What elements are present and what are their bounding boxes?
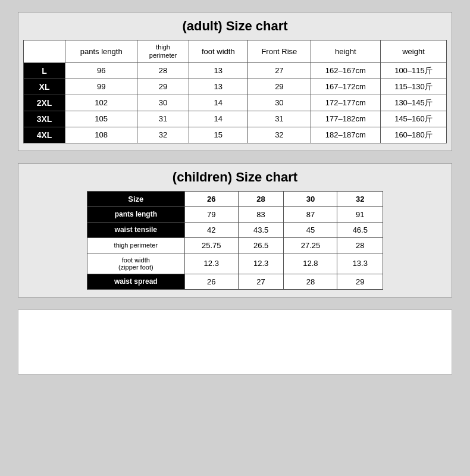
adult-cell-1: 96: [65, 62, 137, 79]
adult-header-thigh-perimeter: thighperimeter: [137, 40, 189, 63]
children-row-label: waist spread: [87, 274, 184, 289]
children-row-label: thigh perimeter: [87, 237, 184, 253]
children-cell-0: 79: [184, 206, 238, 222]
adult-cell-6: 130–145斤: [380, 95, 446, 111]
adult-cell-0: 2XL: [24, 95, 65, 111]
adult-size-chart-wrapper: (adult) Size chart Size pants length thi…: [18, 12, 452, 151]
adult-cell-5: 162–167cm: [311, 62, 380, 79]
adult-header-height: height: [311, 40, 380, 63]
adult-cell-6: 115–130斤: [380, 79, 446, 95]
adult-cell-2: 28: [137, 62, 189, 79]
children-title: (children) Size chart: [23, 170, 447, 185]
adult-cell-5: 167–172cm: [311, 79, 380, 95]
children-cell-1: 83: [238, 206, 284, 222]
children-cell-3: 28: [337, 237, 383, 253]
children-cell-3: 29: [337, 274, 383, 289]
adult-header-weight: weight: [380, 40, 446, 63]
adult-table: Size pants length thighperimeter foot wi…: [23, 40, 447, 143]
adult-table-row: 2XL102301430172–177cm130–145斤: [24, 95, 447, 111]
children-cell-1: 43.5: [238, 222, 284, 237]
adult-cell-3: 13: [189, 79, 247, 95]
adult-cell-6: 160–180斤: [380, 127, 446, 143]
children-table-row: waist spread26272829: [87, 274, 383, 289]
children-cell-2: 45: [284, 222, 337, 237]
children-header-30: 30: [284, 191, 337, 206]
adult-cell-1: 108: [65, 127, 137, 143]
children-table-row: foot width(zipper foot)12.312.312.813.3: [87, 253, 383, 274]
children-table: Size 26 28 30 32 pants length79838791wai…: [87, 191, 383, 290]
children-cell-0: 42: [184, 222, 238, 237]
children-cell-0: 26: [184, 274, 238, 289]
children-header-26: 26: [184, 191, 238, 206]
children-cell-2: 27.25: [284, 237, 337, 253]
adult-cell-3: 14: [189, 95, 247, 111]
adult-cell-5: 172–177cm: [311, 95, 380, 111]
children-cell-2: 87: [284, 206, 337, 222]
adult-header-size: Size: [24, 40, 65, 63]
children-cell-1: 12.3: [238, 253, 284, 274]
children-cell-0: 12.3: [184, 253, 238, 274]
adult-cell-3: 15: [189, 127, 247, 143]
bottom-box: [18, 309, 452, 375]
adult-cell-0: 3XL: [24, 111, 65, 127]
children-cell-3: 91: [337, 206, 383, 222]
adult-cell-0: L: [24, 62, 65, 79]
adult-cell-0: XL: [24, 79, 65, 95]
adult-table-row: XL99291329167–172cm115–130斤: [24, 79, 447, 95]
children-cell-3: 13.3: [337, 253, 383, 274]
adult-cell-1: 102: [65, 95, 137, 111]
adult-cell-4: 31: [248, 111, 311, 127]
adult-cell-2: 30: [137, 95, 189, 111]
children-size-chart-wrapper: (children) Size chart Size 26 28 30 32 p…: [18, 163, 452, 298]
adult-cell-4: 30: [248, 95, 311, 111]
adult-cell-1: 105: [65, 111, 137, 127]
adult-header-foot-width: foot width: [189, 40, 247, 63]
adult-cell-4: 27: [248, 62, 311, 79]
children-row-label: waist tensile: [87, 222, 184, 237]
adult-table-row: 3XL105311431177–182cm145–160斤: [24, 111, 447, 127]
children-row-label: pants length: [87, 206, 184, 222]
adult-cell-5: 177–182cm: [311, 111, 380, 127]
children-row-label: foot width(zipper foot): [87, 253, 184, 274]
adult-table-row: 4XL108321532182–187cm160–180斤: [24, 127, 447, 143]
adult-cell-4: 32: [248, 127, 311, 143]
children-cell-1: 27: [238, 274, 284, 289]
children-header-32: 32: [337, 191, 383, 206]
adult-cell-6: 100–115斤: [380, 62, 446, 79]
children-cell-1: 26.5: [238, 237, 284, 253]
children-cell-2: 28: [284, 274, 337, 289]
adult-table-row: L96281327162–167cm100–115斤: [24, 62, 447, 79]
adult-cell-2: 32: [137, 127, 189, 143]
children-header-size: Size: [87, 191, 184, 206]
children-header-28: 28: [238, 191, 284, 206]
adult-cell-1: 99: [65, 79, 137, 95]
adult-cell-0: 4XL: [24, 127, 65, 143]
adult-cell-6: 145–160斤: [380, 111, 446, 127]
adult-cell-3: 13: [189, 62, 247, 79]
children-table-row: waist tensile4243.54546.5: [87, 222, 383, 237]
children-cell-2: 12.8: [284, 253, 337, 274]
adult-header-front-rise: Front Rise: [248, 40, 311, 63]
adult-header-pants-length: pants length: [65, 40, 137, 63]
children-cell-0: 25.75: [184, 237, 238, 253]
adult-cell-4: 29: [248, 79, 311, 95]
children-table-row: thigh perimeter25.7526.527.2528: [87, 237, 383, 253]
adult-cell-2: 29: [137, 79, 189, 95]
children-table-row: pants length79838791: [87, 206, 383, 222]
adult-cell-5: 182–187cm: [311, 127, 380, 143]
adult-title: (adult) Size chart: [23, 18, 447, 34]
children-cell-3: 46.5: [337, 222, 383, 237]
adult-cell-3: 14: [189, 111, 247, 127]
adult-cell-2: 31: [137, 111, 189, 127]
